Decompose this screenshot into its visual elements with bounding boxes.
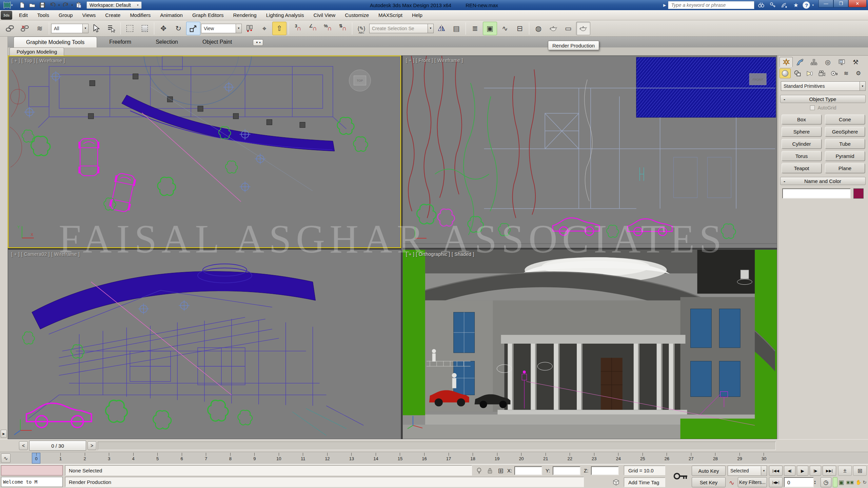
torus-button[interactable]: Torus [782, 151, 822, 161]
time-tag-button[interactable] [612, 478, 620, 486]
selection-filter-dropdown[interactable]: All ▼ [51, 24, 88, 33]
undo-button[interactable] [48, 1, 57, 9]
trackbar-tick[interactable]: 28 [713, 453, 718, 464]
select-and-move-button[interactable]: ✥ [156, 22, 171, 35]
auto-key-button[interactable]: Auto Key [692, 466, 726, 476]
trackbar-tick[interactable]: 3 [107, 453, 112, 464]
select-by-name-button[interactable] [104, 22, 118, 35]
pyramid-button[interactable]: Pyramid [825, 151, 865, 161]
track-bar[interactable]: ∿ 01234567891011121314151617181920212223… [0, 452, 868, 465]
search-input[interactable] [668, 1, 754, 9]
help-button[interactable]: ? [803, 1, 810, 9]
geosphere-button[interactable]: GeoSphere [825, 127, 865, 137]
viewport-top-label[interactable]: [ + ] [ Top ] [ Wireframe ] [12, 58, 65, 63]
selection-lock-toggle[interactable] [486, 467, 494, 475]
tube-button[interactable]: Tube [825, 139, 865, 149]
expand-strip-button[interactable]: ▶ [1, 430, 7, 438]
viewport-front-label[interactable]: [ + ] [ Front ] [ Wireframe ] [406, 58, 463, 63]
window-crossing-toggle-button[interactable] [138, 22, 152, 35]
play-button[interactable]: ▶ [797, 466, 808, 476]
reference-coordinate-dropdown[interactable]: View ▼ [201, 24, 242, 33]
top-viewcube[interactable]: TOP [349, 70, 371, 92]
menu-help[interactable]: Help [407, 10, 427, 20]
trackbar-tick[interactable]: 1 [58, 453, 63, 464]
edit-named-selection-sets-button[interactable]: {✎}ABC [354, 22, 369, 35]
x-coordinate-field[interactable] [514, 466, 542, 475]
viewport-camera02-label[interactable]: [ + ] [ Camera02 ] [ Wireframe ] [11, 251, 80, 257]
zoom-button[interactable]: ± [838, 466, 852, 476]
object-type-rollout-header[interactable]: - Object Type [780, 95, 866, 103]
menu-lighting-analysis[interactable]: Lighting Analysis [261, 10, 309, 20]
new-file-button[interactable] [18, 1, 26, 9]
trackbar-tick[interactable]: 10 [276, 453, 281, 464]
menu-civil-view[interactable]: Civil View [309, 10, 340, 20]
trackbar-tick[interactable]: 22 [568, 453, 572, 464]
set-key-button[interactable]: Set Key [692, 477, 726, 487]
category-geometry[interactable] [780, 68, 791, 78]
project-toolbar-button[interactable] [74, 1, 83, 9]
select-object-button[interactable] [89, 22, 103, 35]
select-and-manipulate-button[interactable]: ⌖ [257, 22, 272, 35]
pan-view-button[interactable]: ✋ [856, 477, 861, 487]
rendered-frame-window-button[interactable]: ▭ [561, 22, 575, 35]
align-button[interactable]: ▤ [449, 22, 463, 35]
use-pivot-point-center-button[interactable] [242, 22, 257, 35]
toggle-ribbon-button[interactable]: ▣ [483, 22, 497, 35]
select-and-rotate-button[interactable]: ↻ [171, 22, 185, 35]
trackbar-tick[interactable]: 11 [301, 453, 305, 464]
cone-button[interactable]: Cone [825, 115, 865, 124]
unlink-selection-button[interactable] [18, 22, 32, 35]
primitive-category-dropdown[interactable]: Standard Primitives ▼ [781, 81, 866, 91]
trackbar-tick[interactable]: 5 [155, 453, 160, 464]
viewport-orthographic[interactable]: [ + ] [ Orthographic ] [ Shaded ] [402, 249, 777, 439]
workspace-selector[interactable]: Workspace: Default ▾ [86, 1, 141, 9]
favorites-button[interactable]: ★ [791, 1, 801, 9]
infocenter-expand-icon[interactable]: ▶ [663, 3, 666, 7]
object-name-field[interactable] [782, 188, 851, 199]
communication-center-button[interactable] [780, 1, 789, 9]
maximize-button[interactable]: ❐ [833, 0, 848, 7]
trackbar-tick[interactable]: 12 [325, 453, 330, 464]
render-production-button[interactable] [576, 22, 590, 35]
category-helpers[interactable] [828, 68, 840, 78]
trackbar-tick[interactable]: 25 [640, 453, 645, 464]
zoom-region-button[interactable] [833, 477, 837, 487]
frame-spinner[interactable]: ▲ ▼ [814, 477, 819, 487]
open-file-button[interactable] [28, 1, 37, 9]
percent-snap-toggle-button[interactable]: %∩ [321, 22, 335, 35]
category-lights[interactable] [804, 68, 815, 78]
front-viewcube[interactable]: FRONT [749, 74, 766, 85]
menu-edit[interactable]: Edit [14, 10, 33, 20]
menu-graph-editors[interactable]: Graph Editors [188, 10, 229, 20]
keyboard-shortcut-override-button[interactable]: ⇧ [272, 22, 287, 35]
redo-button[interactable] [61, 1, 70, 9]
tab-display[interactable] [835, 57, 848, 67]
tab-create[interactable] [780, 57, 793, 67]
trackbar-tick[interactable]: 19 [495, 453, 499, 464]
tab-hierarchy[interactable] [807, 57, 821, 67]
trackbar-tick[interactable]: 20 [519, 453, 524, 464]
mirror-button[interactable] [434, 22, 449, 35]
go-to-end-button[interactable]: ▶▶| [823, 466, 836, 476]
trackbar-tick[interactable]: 17 [446, 453, 451, 464]
trackbar-tick[interactable]: 23 [592, 453, 596, 464]
viewport-orthographic-label[interactable]: [ + ] [ Orthographic ] [ Shaded ] [406, 251, 474, 257]
menu-create[interactable]: Create [100, 10, 125, 20]
trackbar-tick[interactable]: 6 [179, 453, 184, 464]
zoom-extents-button[interactable]: ▣ [838, 477, 844, 487]
trackbar-tick[interactable]: 18 [471, 453, 475, 464]
tab-motion[interactable]: ◎ [821, 57, 834, 67]
trackbar-tick[interactable]: 21 [543, 453, 548, 464]
z-coordinate-field[interactable] [591, 466, 619, 475]
trackbar-tick[interactable]: 16 [422, 453, 427, 464]
menu-customize[interactable]: Customize [340, 10, 374, 20]
named-selection-dropdown[interactable]: Create Selection Se ▼ [369, 24, 434, 33]
select-and-scale-button[interactable] [186, 22, 200, 35]
trackbar-tick[interactable]: 30 [762, 453, 766, 464]
undo-dropdown-arrow-icon[interactable]: ▾ [58, 3, 60, 7]
plane-button[interactable]: Plane [825, 163, 865, 173]
schematic-view-button[interactable]: ⊟ [513, 22, 527, 35]
zoom-extents-all-button[interactable]: ▣▣ [846, 477, 854, 487]
name-color-rollout-header[interactable]: - Name and Color [780, 177, 866, 185]
save-file-button[interactable] [38, 1, 47, 9]
